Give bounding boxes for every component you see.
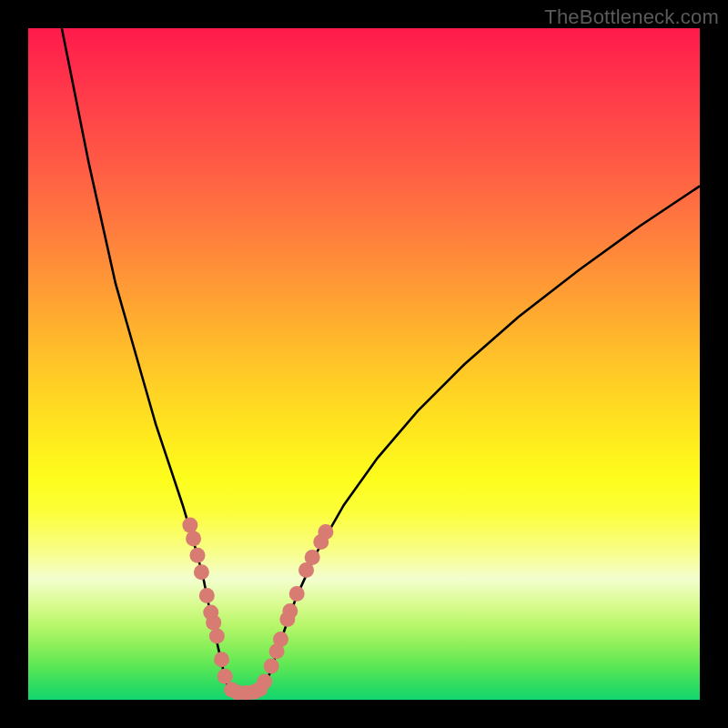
data-dot (199, 588, 215, 603)
data-dot (273, 632, 288, 647)
data-dot (182, 518, 197, 533)
data-dot (189, 548, 205, 563)
watermark-text: TheBottleneck.com (544, 5, 719, 29)
data-dot (217, 669, 233, 684)
data-dot (282, 603, 298, 619)
curve-layer (28, 28, 700, 700)
data-dot (264, 659, 279, 674)
data-dot (209, 628, 225, 643)
data-dot (289, 586, 305, 602)
chart-frame: TheBottleneck.com (0, 0, 728, 728)
data-dot (257, 674, 272, 690)
data-dot (318, 524, 333, 540)
data-dot (186, 531, 201, 546)
bottleneck-curve (62, 28, 700, 693)
data-dot (206, 615, 221, 631)
data-dot (194, 564, 209, 580)
data-dots (182, 518, 333, 700)
data-dot (214, 652, 229, 667)
data-dot (305, 550, 320, 565)
